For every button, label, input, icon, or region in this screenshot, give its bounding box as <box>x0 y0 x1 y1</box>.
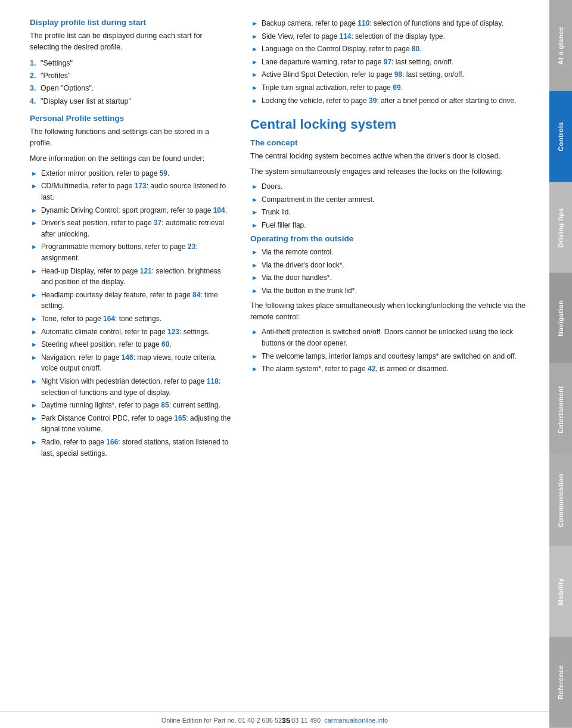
bullet-arrow-icon: ► <box>251 18 258 29</box>
sidebar-tab-controls[interactable]: Controls <box>549 91 572 182</box>
page-link[interactable]: 118 <box>207 377 219 385</box>
page-link[interactable]: 98 <box>394 70 402 79</box>
page-link[interactable]: 123 <box>167 328 179 336</box>
bullet-arrow-icon: ► <box>251 327 258 349</box>
page-link[interactable]: 104 <box>213 206 225 214</box>
bullet-arrow-icon: ► <box>251 32 258 42</box>
list-item: ►Via the driver's door lock*. <box>250 260 531 271</box>
bullet-text: Exterior mirror position, refer to page … <box>41 168 169 179</box>
list-item: ►Side View, refer to page 114: selection… <box>250 31 531 42</box>
step-3: 3. Open "Options". <box>30 82 232 95</box>
sidebar-tab-communication[interactable]: Communication <box>549 455 572 546</box>
bullet-arrow-icon: ► <box>251 207 258 218</box>
bullet-arrow-icon: ► <box>31 181 38 203</box>
bullet-arrow-icon: ► <box>31 340 38 350</box>
bullet-arrow-icon: ► <box>31 218 38 239</box>
step-2-num: 2. <box>30 70 38 82</box>
list-item: ►Triple turn signal activation, refer to… <box>250 82 531 94</box>
bullet-text: Via the button in the trunk lid*. <box>262 285 357 297</box>
step-4-text: "Display user list at startup" <box>41 95 131 108</box>
page-link[interactable]: 164 <box>103 315 115 323</box>
bullet-text: Trunk lid. <box>262 207 291 218</box>
list-item: ►Backup camera, refer to page 110: selec… <box>250 18 531 29</box>
bullet-arrow-icon: ► <box>31 437 38 459</box>
list-item: ►Daytime running lights*, refer to page … <box>30 400 232 411</box>
bullet-arrow-icon: ► <box>251 44 258 55</box>
bullet-arrow-icon: ► <box>251 220 258 231</box>
page-link[interactable]: 97 <box>384 58 391 66</box>
step-3-text: Open "Options". <box>41 82 94 95</box>
page-link[interactable]: 42 <box>368 365 375 373</box>
list-item: ►Dynamic Driving Control: sport program,… <box>30 205 232 216</box>
bullet-text: Via the remote control. <box>262 247 334 258</box>
bullet-arrow-icon: ► <box>251 57 258 68</box>
list-item: ►Steering wheel position, refer to page … <box>30 339 232 350</box>
bullet-text: Dynamic Driving Control: sport program, … <box>41 205 227 216</box>
bullet-arrow-icon: ► <box>251 83 258 94</box>
sidebar-tab-at-a-glance[interactable]: At a glance <box>549 0 572 91</box>
bullet-text: Park Distance Control PDC, refer to page… <box>41 413 232 435</box>
bullet-arrow-icon: ► <box>31 327 38 338</box>
page-link[interactable]: 80 <box>412 45 419 53</box>
page-link[interactable]: 173 <box>135 182 147 190</box>
bullet-arrow-icon: ► <box>31 377 38 398</box>
list-item: ►The welcome lamps, interior lamps and c… <box>250 351 531 362</box>
list-item: ►Lane departure warning, refer to page 9… <box>250 57 531 68</box>
bullet-text: Radio, refer to page 166: stored station… <box>41 437 232 459</box>
page-link[interactable]: 165 <box>174 414 186 422</box>
page-link[interactable]: 114 <box>339 32 351 41</box>
page-link[interactable]: 166 <box>106 438 118 446</box>
sidebar-tab-entertainment[interactable]: Entertainment <box>549 364 572 455</box>
sidebar-tab-navigation[interactable]: Navigation <box>549 273 572 364</box>
bullet-text: Head-up Display, refer to page 121: sele… <box>41 266 232 288</box>
bullet-text: Via the door handles*. <box>262 272 332 284</box>
page-link[interactable]: 110 <box>358 19 369 27</box>
list-item: ►Anti-theft protection is switched on/of… <box>250 326 531 349</box>
list-item: ►Compartment in the center armrest. <box>250 194 531 206</box>
bullet-text: Navigation, refer to page 146: map views… <box>41 352 232 374</box>
list-item: ►Automatic climate control, refer to pag… <box>30 326 232 338</box>
page-link[interactable]: 37 <box>154 219 161 227</box>
list-item: ►CD/Multimedia, refer to page 173: audio… <box>30 181 232 203</box>
list-item: ►Night Vision with pedestrian detection,… <box>30 376 232 398</box>
section1-body: The profile list can be displayed during… <box>30 30 232 54</box>
bullet-arrow-icon: ► <box>31 169 38 179</box>
page-link[interactable]: 84 <box>192 291 200 299</box>
list-item: ►Headlamp courtesy delay feature, refer … <box>30 290 232 312</box>
bullet-text: Programmable memory buttons, refer to pa… <box>41 241 232 263</box>
operating-body: The following takes place simultaneously… <box>250 300 531 323</box>
bullet-text: CD/Multimedia, refer to page 173: audio … <box>41 181 232 203</box>
bullet-arrow-icon: ► <box>251 260 258 271</box>
section2-title: Personal Profile settings <box>30 114 232 123</box>
section2-body1: The following functions and settings can… <box>30 126 232 150</box>
bullet-text: Driver's seat position, refer to page 37… <box>41 217 232 239</box>
concept-body2: The system simultaneously engages and re… <box>250 166 531 178</box>
page-link[interactable]: 69 <box>393 83 400 92</box>
concept-bullets: ►Doors.►Compartment in the center armres… <box>250 181 531 231</box>
page-link[interactable]: 60 <box>161 340 169 349</box>
bullet-arrow-icon: ► <box>251 273 258 284</box>
page-link[interactable]: 85 <box>161 401 169 409</box>
sidebar-tab-reference[interactable]: Reference <box>549 637 572 728</box>
right-top-bullets: ►Backup camera, refer to page 110: selec… <box>250 18 531 106</box>
step-3-num: 3. <box>30 82 38 95</box>
page-link[interactable]: 39 <box>369 97 377 105</box>
list-item: ►Tone, refer to page 164: tone settings. <box>30 313 232 325</box>
page-link[interactable]: 59 <box>160 169 167 178</box>
list-item: ►Locking the vehicle, refer to page 39: … <box>250 95 531 107</box>
page-link[interactable]: 146 <box>122 353 133 362</box>
bullet-arrow-icon: ► <box>251 247 258 258</box>
page-link[interactable]: 121 <box>140 267 152 275</box>
list-item: ►Fuel filler flap. <box>250 220 531 231</box>
list-item: ►Trunk lid. <box>250 207 531 218</box>
sidebar-tab-mobility[interactable]: Mobility <box>549 546 572 637</box>
bullet-text: Language on the Control Display, refer t… <box>262 43 422 55</box>
list-item: ►Programmable memory buttons, refer to p… <box>30 241 232 263</box>
section1-title: Display profile list during start <box>30 18 232 27</box>
bullet-arrow-icon: ► <box>251 96 258 107</box>
operating-bullets-top: ►Via the remote control.►Via the driver'… <box>250 247 531 296</box>
list-item: ►Radio, refer to page 166: stored statio… <box>30 437 232 459</box>
step-1: 1. "Settings" <box>30 57 232 70</box>
sidebar-tab-driving-tips[interactable]: Driving tips <box>549 182 572 273</box>
page-link[interactable]: 23 <box>188 242 195 251</box>
